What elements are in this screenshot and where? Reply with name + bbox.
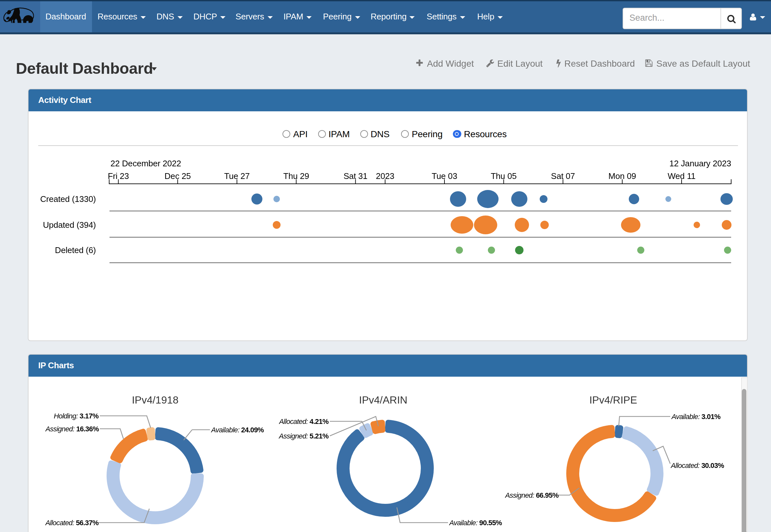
svg-text:Allocated: 4.21%: Allocated: 4.21% bbox=[278, 417, 329, 426]
svg-text:Updated (394): Updated (394) bbox=[43, 220, 96, 230]
svg-text:Assigned: 16.36%: Assigned: 16.36% bbox=[44, 425, 98, 433]
svg-text:IPv4/RIPE: IPv4/RIPE bbox=[589, 394, 637, 406]
svg-text:Available: 90.55%: Available: 90.55% bbox=[448, 519, 501, 527]
svg-text:Holding: 3.17%: Holding: 3.17% bbox=[53, 412, 98, 420]
svg-text:Available: 24.09%: Available: 24.09% bbox=[210, 426, 263, 434]
svg-text:IPv4/ARIN: IPv4/ARIN bbox=[359, 394, 407, 406]
svg-text:12 January 2023: 12 January 2023 bbox=[669, 159, 731, 168]
svg-text:Assigned: 66.95%: Assigned: 66.95% bbox=[504, 491, 558, 499]
svg-text:Created (1330): Created (1330) bbox=[40, 194, 96, 204]
svg-text:Allocated: 56.37%: Allocated: 56.37% bbox=[44, 519, 98, 527]
svg-text:Allocated: 30.03%: Allocated: 30.03% bbox=[670, 461, 724, 470]
svg-text:Deleted (6): Deleted (6) bbox=[55, 245, 96, 255]
svg-text:IPv4/1918: IPv4/1918 bbox=[131, 394, 178, 406]
svg-text:Available: 3.01%: Available: 3.01% bbox=[671, 413, 720, 421]
svg-text:22 December 2022: 22 December 2022 bbox=[110, 159, 181, 168]
svg-text:Assigned: 5.21%: Assigned: 5.21% bbox=[278, 432, 328, 440]
